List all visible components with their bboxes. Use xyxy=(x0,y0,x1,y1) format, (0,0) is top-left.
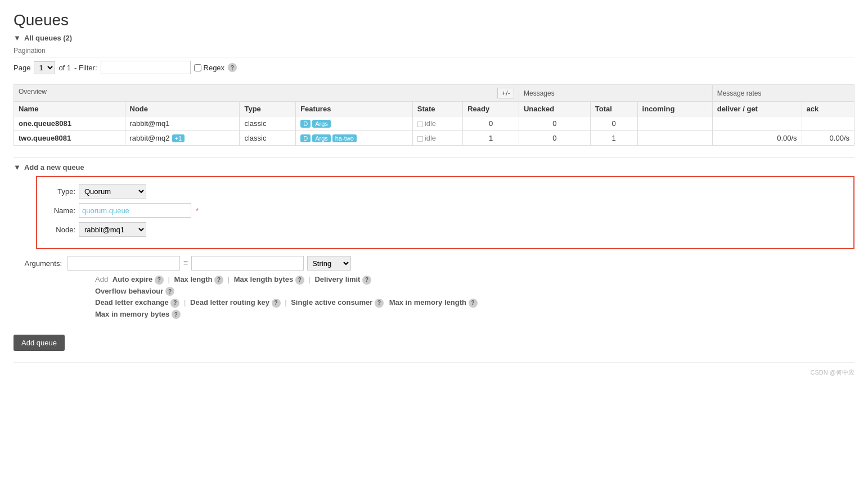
col-features: Features xyxy=(296,102,413,116)
max-in-memory-length-help-icon[interactable]: ? xyxy=(469,299,478,308)
queue-ready: 0 xyxy=(463,116,519,131)
required-star: * xyxy=(196,206,199,215)
queue-total: 1 xyxy=(590,131,637,146)
plus-minus-button[interactable]: +/- xyxy=(497,88,514,98)
group-overview: Overview +/- xyxy=(14,85,519,102)
arguments-type-select[interactable]: String Number Boolean List xyxy=(307,256,351,271)
overflow-behaviour-help-icon[interactable]: ? xyxy=(165,287,174,296)
col-ready: Ready xyxy=(463,102,519,116)
queue-state: idle xyxy=(412,116,462,131)
add-args-row-4: Max in memory bytes ? xyxy=(95,310,854,319)
all-queues-label: All queues (2) xyxy=(24,34,72,42)
regex-checkbox[interactable] xyxy=(194,64,201,71)
name-label: Name: xyxy=(46,206,75,215)
auto-expire-help-icon[interactable]: ? xyxy=(155,276,164,285)
arguments-label: Arguments: xyxy=(14,259,64,268)
type-row: Type: Quorum Classic xyxy=(46,184,844,199)
queue-name[interactable]: two.queue8081 xyxy=(14,131,125,146)
max-length-help-icon[interactable]: ? xyxy=(214,276,223,285)
queue-name[interactable]: one.queue8081 xyxy=(14,116,125,131)
of-label: of 1 xyxy=(59,64,71,72)
delivery-limit-help-icon[interactable]: ? xyxy=(362,276,371,285)
col-node: Node xyxy=(125,102,240,116)
state-dot xyxy=(417,136,423,142)
queue-type: classic xyxy=(240,116,296,131)
col-deliver-get: deliver / get xyxy=(712,102,802,116)
pagination-row: Page 1 of 1 - Filter: Regex ? xyxy=(14,61,854,74)
add-queue-section: ▼ Add a new queue Type: Quorum Classic N… xyxy=(14,157,854,321)
node-label: Node: xyxy=(46,226,75,234)
add-queue-label: Add a new queue xyxy=(24,163,84,172)
max-length-bytes-help-icon[interactable]: ? xyxy=(295,276,304,285)
queue-unacked: 0 xyxy=(519,116,590,131)
group-message-rates: Message rates xyxy=(712,85,854,102)
arguments-value-input[interactable] xyxy=(191,256,304,271)
add-queue-section-header[interactable]: ▼ Add a new queue xyxy=(14,163,854,172)
state-dot xyxy=(417,121,423,127)
pagination-label: Pagination xyxy=(14,47,854,57)
table-column-header-row: Name Node Type Features State Ready Unac… xyxy=(14,102,854,116)
arg-delivery-limit[interactable]: Delivery limit xyxy=(314,275,360,283)
max-in-memory-bytes-help-icon[interactable]: ? xyxy=(172,310,181,319)
type-select[interactable]: Quorum Classic xyxy=(79,184,146,199)
all-queues-arrow: ▼ xyxy=(14,34,21,42)
single-active-consumer-help-icon[interactable]: ? xyxy=(375,299,384,308)
col-name: Name xyxy=(14,102,125,116)
col-incoming: incoming xyxy=(637,102,712,116)
col-state: State xyxy=(412,102,462,116)
add-queue-button[interactable]: Add queue xyxy=(14,335,65,351)
type-label: Type: xyxy=(46,187,75,196)
all-queues-section-header[interactable]: ▼ All queues (2) xyxy=(14,34,854,42)
add-args-row-2: Overflow behaviour ? xyxy=(95,287,854,296)
arguments-key-input[interactable] xyxy=(68,256,180,271)
filter-label: - Filter: xyxy=(74,64,97,72)
name-input[interactable] xyxy=(79,203,191,218)
name-row: Name: * xyxy=(46,203,844,218)
filter-input[interactable] xyxy=(101,61,191,74)
regex-help-icon[interactable]: ? xyxy=(228,63,237,72)
node-row: Node: rabbit@mq1 rabbit@mq2 xyxy=(46,222,844,237)
eq-sign: = xyxy=(183,259,188,268)
arg-overflow-behaviour[interactable]: Overflow behaviour xyxy=(95,287,163,295)
queue-ack xyxy=(802,116,854,131)
arg-max-in-memory-length[interactable]: Max in memory length xyxy=(389,298,466,307)
page-label: Page xyxy=(14,64,30,72)
arguments-section: Arguments: = String Number Boolean List xyxy=(14,256,854,271)
queue-features: DArgs xyxy=(296,116,413,131)
col-total: Total xyxy=(590,102,637,116)
queue-state: idle xyxy=(412,131,462,146)
add-queue-form-box: Type: Quorum Classic Name: * Node: rabbi… xyxy=(36,176,854,249)
col-ack: ack xyxy=(802,102,854,116)
arg-auto-expire[interactable]: Auto expire xyxy=(113,275,153,283)
table-row: one.queue8081rabbit@mq1classicDArgsidle0… xyxy=(14,116,854,131)
arg-single-active-consumer[interactable]: Single active consumer xyxy=(291,298,372,307)
arg-max-in-memory-bytes[interactable]: Max in memory bytes xyxy=(95,310,169,318)
add-args-row-3: Dead letter exchange ? | Dead letter rou… xyxy=(95,298,854,308)
queue-ready: 1 xyxy=(463,131,519,146)
queue-features: DArgsha-two xyxy=(296,131,413,146)
col-unacked: Unacked xyxy=(519,102,590,116)
dead-letter-exchange-help-icon[interactable]: ? xyxy=(170,299,179,308)
queue-node: rabbit@mq1 xyxy=(125,116,240,131)
state-text: idle xyxy=(425,119,436,128)
add-queue-arrow: ▼ xyxy=(14,163,21,172)
node-select[interactable]: rabbit@mq1 rabbit@mq2 xyxy=(79,222,146,237)
queues-table: Overview +/- Messages Message rates Name… xyxy=(14,84,854,146)
regex-label: Regex xyxy=(194,64,225,72)
arg-dead-letter-routing-key[interactable]: Dead letter routing key xyxy=(190,298,269,307)
page-title: Queues xyxy=(14,11,854,29)
queue-incoming xyxy=(637,116,712,131)
arg-max-length-bytes[interactable]: Max length bytes xyxy=(234,275,293,283)
table-group-header-row: Overview +/- Messages Message rates xyxy=(14,85,854,102)
page-select[interactable]: 1 xyxy=(34,61,55,74)
dead-letter-routing-key-help-icon[interactable]: ? xyxy=(272,299,281,308)
queue-type: classic xyxy=(240,131,296,146)
state-text: idle xyxy=(425,134,436,142)
queue-deliver-get xyxy=(712,116,802,131)
col-type: Type xyxy=(240,102,296,116)
watermark: CSDN @何中应 xyxy=(14,362,854,377)
table-row: two.queue8081rabbit@mq2+1classicDArgsha-… xyxy=(14,131,854,146)
queue-node: rabbit@mq2+1 xyxy=(125,131,240,146)
arg-max-length[interactable]: Max length xyxy=(174,275,213,283)
arg-dead-letter-exchange[interactable]: Dead letter exchange xyxy=(95,298,169,307)
